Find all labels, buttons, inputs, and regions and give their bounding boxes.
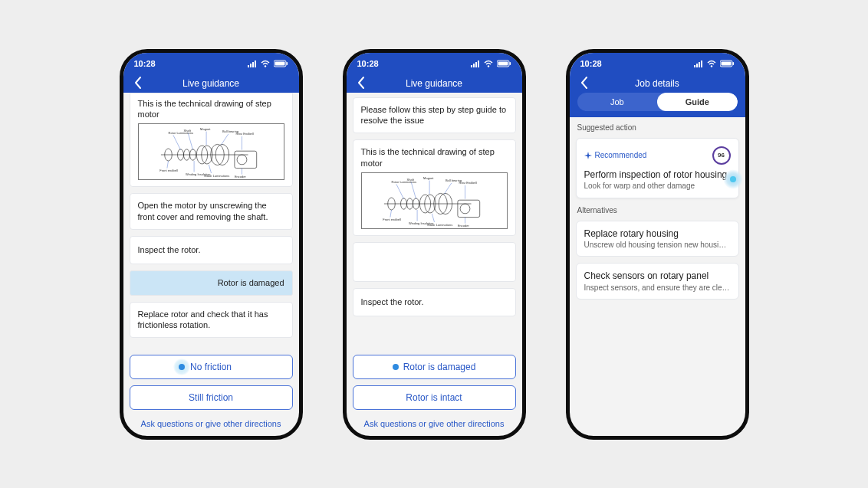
page-title: Live guidance	[182, 78, 239, 89]
tab-label: Job	[610, 97, 624, 106]
message-text: This is the technical drawing of step mo…	[361, 146, 508, 169]
score-value: 96	[718, 152, 725, 159]
recommended-subtitle: Look for warp and other damage	[584, 182, 731, 190]
message-step-inspect: Inspect the rotor.	[130, 236, 293, 264]
title-bar: Live guidance	[347, 74, 522, 93]
title-bar: Live guidance	[123, 74, 299, 93]
status-icons	[471, 60, 511, 67]
link-label: Ask questions or give other directions	[141, 419, 281, 428]
screen-content: Suggested action Recommended 96 Perform …	[570, 117, 745, 436]
battery-icon	[274, 60, 288, 67]
wifi-icon	[707, 60, 716, 67]
status-bar: 10:28	[570, 53, 745, 74]
message-text: Rotor is damaged	[218, 278, 284, 287]
chevron-left-icon	[132, 76, 144, 90]
confidence-score: 96	[712, 146, 731, 165]
section-suggested-action: Suggested action	[576, 123, 739, 132]
badge-label: Recommended	[595, 151, 647, 159]
section-alternatives: Alternatives	[576, 206, 739, 215]
message-step-open: Open the motor by unscrewing the front c…	[130, 193, 293, 230]
ask-questions-link[interactable]: Ask questions or give other directions	[130, 416, 293, 430]
button-label: No friction	[190, 362, 232, 372]
tab-job[interactable]: Job	[577, 93, 658, 111]
button-label: Rotor is damaged	[403, 362, 476, 372]
signal-icon	[694, 60, 703, 67]
message-placeholder	[353, 242, 516, 282]
recommended-badge: Recommended	[584, 151, 647, 159]
alternative-card-2[interactable]: Check sensors on rotary panel Inspect se…	[576, 263, 739, 299]
message-drawing-intro: This is the technical drawing of step mo…	[130, 93, 293, 188]
phone-1: 10:28 Live guidance This is the technica…	[120, 49, 303, 440]
status-icons	[248, 60, 288, 67]
chevron-left-icon	[578, 76, 590, 90]
bullet-dot-icon	[393, 364, 399, 370]
recommended-action-card[interactable]: Recommended 96 Perform inspection of rot…	[576, 138, 739, 198]
segmented-tabs: Job Guide	[577, 93, 738, 111]
alternative-title: Check sensors on rotary panel	[584, 270, 731, 281]
option-no-friction-button[interactable]: No friction	[130, 355, 293, 379]
sparkle-icon	[584, 152, 592, 159]
status-bar: 10:28	[347, 53, 522, 74]
tab-label: Guide	[686, 97, 709, 106]
message-drawing-intro: This is the technical drawing of step mo…	[353, 139, 516, 236]
back-button[interactable]	[577, 76, 591, 90]
tab-guide[interactable]: Guide	[657, 93, 738, 111]
option-rotor-damaged-button[interactable]: Rotor is damaged	[353, 355, 516, 379]
alternative-title: Replace rotary housing	[584, 228, 731, 239]
recommended-title: Perform inspection of rotor housing	[584, 169, 731, 180]
message-text: Open the motor by unscrewing the front c…	[138, 201, 268, 221]
back-button[interactable]	[131, 76, 145, 90]
battery-icon	[720, 60, 735, 67]
user-response-selected: Rotor is damaged	[130, 270, 293, 296]
button-label: Still friction	[189, 392, 233, 403]
message-follow-guide: Please follow this step by step guide to…	[353, 97, 516, 134]
chevron-left-icon	[355, 76, 367, 90]
back-button[interactable]	[354, 76, 368, 90]
technical-drawing	[361, 172, 508, 229]
message-step-replace: Replace rotor and check that it has fric…	[130, 302, 293, 339]
page-title: Job details	[635, 78, 679, 89]
message-text: Inspect the rotor.	[361, 297, 424, 306]
wifi-icon	[261, 60, 270, 67]
status-icons	[694, 60, 735, 67]
highlight-dot-icon	[173, 359, 190, 375]
signal-icon	[248, 60, 257, 67]
option-rotor-intact-button[interactable]: Rotor is intact	[353, 385, 516, 410]
wifi-icon	[484, 60, 493, 67]
ask-questions-link[interactable]: Ask questions or give other directions	[353, 416, 516, 430]
highlight-dot-icon	[723, 169, 743, 189]
button-label: Rotor is intact	[406, 392, 462, 403]
alternative-card-1[interactable]: Replace rotary housing Unscrew old housi…	[576, 221, 739, 257]
option-still-friction-button[interactable]: Still friction	[130, 385, 293, 410]
message-text: Inspect the rotor.	[138, 245, 201, 254]
title-bar: Job details	[570, 74, 745, 93]
alternative-subtitle: Unscrew old housing tension new housing …	[584, 241, 731, 249]
alternative-subtitle: Inspect sensors, and ensure they are cle…	[584, 283, 731, 292]
phone-3: 10:28 Job details Job Guide Suggested ac…	[566, 49, 749, 440]
status-time: 10:28	[134, 59, 156, 68]
screen-content: This is the technical drawing of step mo…	[123, 93, 299, 436]
signal-icon	[471, 60, 480, 67]
page-title: Live guidance	[406, 78, 462, 89]
link-label: Ask questions or give other directions	[364, 419, 505, 428]
screen-content: Please follow this step by step guide to…	[347, 93, 522, 436]
message-step-inspect: Inspect the rotor.	[353, 288, 516, 316]
message-text: Please follow this step by step guide to…	[361, 105, 507, 126]
technical-drawing	[138, 123, 284, 180]
status-time: 10:28	[357, 59, 379, 68]
tabs-container: Job Guide	[570, 93, 745, 117]
status-time: 10:28	[580, 59, 602, 68]
status-bar: 10:28	[123, 53, 299, 74]
message-text: Replace rotor and check that it has fric…	[138, 310, 268, 330]
phone-2: 10:28 Live guidance Please follow this s…	[343, 49, 526, 440]
message-text: This is the technical drawing of step mo…	[138, 98, 284, 121]
battery-icon	[497, 60, 511, 67]
